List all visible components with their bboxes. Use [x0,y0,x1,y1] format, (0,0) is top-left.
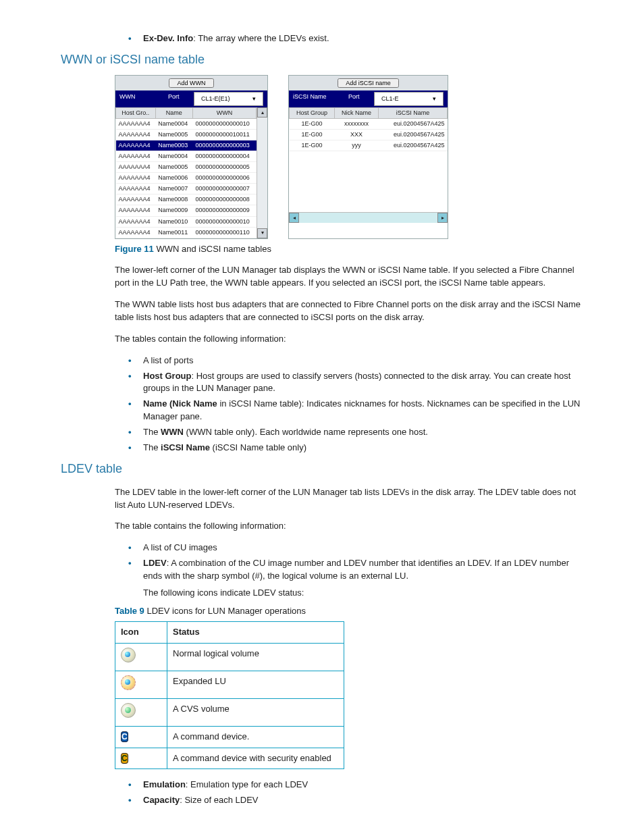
wwn-port-select[interactable]: CL1-E(E1) ▾ [194,92,263,106]
ldev-icon-table: Icon Status Normal logical volume Expand… [115,621,344,769]
chevron-down-icon: ▾ [248,93,260,105]
bullet-hostgroup: Host Group: Host groups are used to clas… [128,370,583,396]
table-row[interactable]: AAAAAAA4Name00100000000000000010 [116,216,257,227]
iscsi-pane: Add iSCSI name iSCSI Name Port CL1-E ▾ H… [288,75,448,239]
ldev-info-list: A list of CU images LDEV: A combination … [61,542,583,599]
table-row[interactable]: AAAAAAA4Name00110000000000000110 [116,227,257,238]
status-text: Expanded LU [167,671,344,699]
fig-text: WWN and iSCSI name tables [154,244,271,254]
iscsi-port-select[interactable]: CL1-E ▾ [374,92,444,106]
table-row[interactable]: AAAAAAA4Name00050000000000010011 [116,130,257,140]
tbl-label: Table 9 [115,606,144,616]
top-bullet-list: Ex-Dev. Info: The array where the LDEVs … [61,32,583,45]
tbl-text: LDEV icons for LUN Manager operations [144,606,306,616]
table-row: Normal logical volume [115,644,344,671]
figure-caption: Figure 11 WWN and iSCSI name tables [115,243,583,256]
th-status: Status [167,622,344,644]
wwn-port-value: CL1-E(E1) [197,93,234,105]
iscsi-hscrollbar[interactable]: ◂ ▸ [289,212,448,223]
col-nickname[interactable]: Nick Name [335,108,379,119]
expanded-lu-icon [121,675,136,690]
bullet-wwn: The WWN (WWN table only). Each worldwide… [128,426,583,439]
table-row[interactable]: AAAAAAA4Name00040000000000000010 [116,119,257,130]
para-1: The lower-left corner of the LUN Manager… [115,264,583,290]
table-row: Expanded LU [115,671,344,699]
ldev-extra-list: Emulation: Emulation type for each LDEV … [61,779,583,807]
command-device-security-icon: C [121,753,128,764]
bullet-cuimages: A list of CU images [128,542,583,554]
wwn-header-title: WWN [115,90,164,107]
fig-label: Figure 11 [115,244,154,254]
figure-11: Add WWN WWN Port CL1-E(E1) ▾ Host Gro.. … [115,75,583,239]
status-text: A command device with security enabled [167,748,344,769]
table-row[interactable]: AAAAAAA4Name00050000000000000005 [116,162,257,173]
para-3: The tables contain the following informa… [115,333,583,346]
ldev-icons-intro: The following icons indicate LDEV status… [143,587,583,600]
bullet-exdev: Ex-Dev. Info: The array where the LDEVs … [128,32,583,45]
table-row: A CVS volume [115,698,344,726]
command-device-icon: C [121,731,128,742]
bullet-capacity: Capacity: Size of each LDEV [128,794,583,807]
para-4: The LDEV table in the lower-left corner … [115,486,583,512]
status-text: A CVS volume [167,698,344,726]
col-name[interactable]: Name [155,108,192,119]
table-row[interactable]: AAAAAAA4Name00030000000000000003 [116,140,257,151]
bullet-ports: A list of ports [128,355,583,367]
table-caption: Table 9 LDEV icons for LUN Manager opera… [115,605,583,618]
table-row[interactable]: AAAAAAA4Name00040000000000000004 [116,151,257,162]
status-text: Normal logical volume [167,644,344,671]
bullet-iscsiname: The iSCSI Name (iSCSI Name table only) [128,442,583,454]
normal-volume-icon [121,648,136,662]
iscsi-port-value: CL1-E [377,93,403,105]
scroll-left-icon[interactable]: ◂ [289,213,299,223]
port-label: Port [344,90,373,107]
status-text: A command device. [167,726,344,748]
wwn-info-list: A list of ports Host Group: Host groups … [61,355,583,454]
wwn-pane: Add WWN WWN Port CL1-E(E1) ▾ Host Gro.. … [115,75,268,239]
col-wwn[interactable]: WWN [193,108,257,119]
scroll-down-icon[interactable]: ▾ [257,228,267,238]
text: : The array where the LDEVs exist. [193,33,329,43]
add-wwn-button[interactable]: Add WWN [169,78,213,88]
table-row[interactable]: 1E-G00xxxxxxxxeui.02004567A425 [290,119,448,130]
scroll-up-icon[interactable]: ▴ [257,107,267,118]
iscsi-header-title: iSCSI Name [289,90,344,107]
table-row[interactable]: AAAAAAA4Name00070000000000000007 [116,184,257,194]
col-iscsiname[interactable]: iSCSI Name [378,108,447,119]
col-hostgroup[interactable]: Host Group [290,108,335,119]
heading-ldev-table: LDEV table [61,460,583,477]
iscsi-table: Host Group Nick Name iSCSI Name 1E-G00xx… [289,107,448,151]
cvs-volume-icon [121,703,136,718]
table-row[interactable]: AAAAAAA4Name00090000000000000009 [116,205,257,216]
col-hostgroup[interactable]: Host Gro.. [116,108,156,119]
wwn-table: Host Gro.. Name WWN AAAAAAA4Name00040000… [115,107,257,238]
para-2: The WWN table lists host bus adapters th… [115,298,583,324]
th-icon: Icon [115,622,167,644]
scroll-right-icon[interactable]: ▸ [437,213,448,223]
table-row[interactable]: 1E-G00yyyeui.02004567A425 [290,140,448,151]
table-row[interactable]: 1E-G00XXXeui.02004567A425 [290,130,448,140]
heading-wwn-table: WWN or iSCSI name table [61,51,583,68]
add-iscsi-button[interactable]: Add iSCSI name [338,78,399,88]
bullet-emulation: Emulation: Emulation type for each LDEV [128,779,583,791]
bullet-name: Name (Nick Name in iSCSI Name table): In… [128,398,583,423]
port-label: Port [164,90,192,107]
para-5: The table contains the following informa… [115,520,583,533]
label: Ex-Dev. Info [143,33,193,43]
table-row[interactable]: AAAAAAA4Name00080000000000000008 [116,194,257,205]
chevron-down-icon: ▾ [429,93,440,105]
table-row: C A command device with security enabled [115,748,344,769]
table-row: C A command device. [115,726,344,748]
wwn-scrollbar[interactable]: ▴ ▾ [257,107,267,238]
table-row[interactable]: AAAAAAA4Name00060000000000000006 [116,173,257,184]
bullet-ldev: LDEV: A combination of the CU image numb… [128,557,583,600]
